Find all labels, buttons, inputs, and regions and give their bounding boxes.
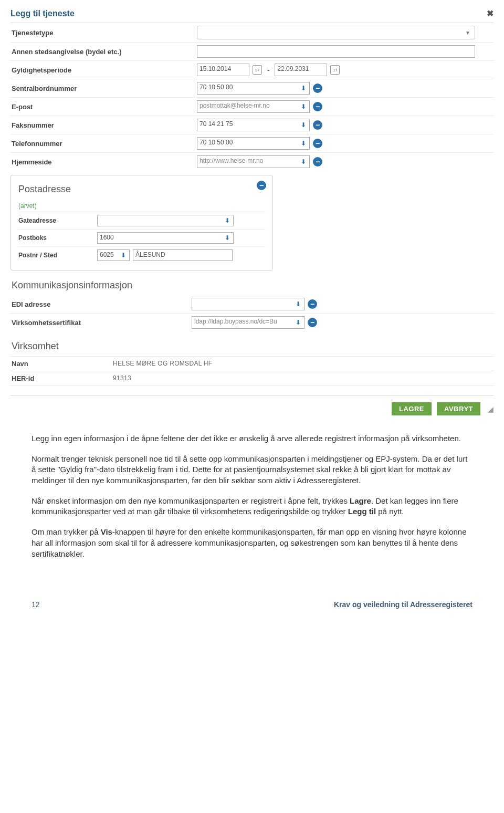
gateadresse-input[interactable]: ⬇ bbox=[97, 215, 234, 226]
value-navn: HELSE MØRE OG ROMSDAL HF bbox=[113, 360, 212, 368]
text: på nytt. bbox=[376, 507, 404, 516]
text: Om man trykker på bbox=[32, 527, 101, 536]
epost-input[interactable]: postmottak@helse-mr.no⬇ bbox=[197, 100, 310, 113]
sentralbord-input[interactable]: 70 10 50 00⬇ bbox=[197, 82, 310, 95]
virksomhet-title: Virksomhet bbox=[12, 341, 494, 352]
label-gateadresse: Gateadresse bbox=[18, 217, 97, 224]
download-icon[interactable]: ⬇ bbox=[299, 102, 308, 111]
label-hjemmeside: Hjemmeside bbox=[10, 158, 197, 166]
lagre-button[interactable]: LAGRE bbox=[392, 402, 432, 415]
download-icon[interactable]: ⬇ bbox=[293, 318, 303, 327]
sertifikat-input[interactable]: ldap://ldap.buypass.no/dc=Bu⬇ bbox=[192, 316, 304, 329]
postadresse-title: Postadresse bbox=[18, 184, 265, 195]
remove-icon[interactable]: − bbox=[257, 181, 266, 190]
bold-text: Vis bbox=[101, 527, 112, 536]
document-body: Legg inn egen informasjon i de åpne felt… bbox=[0, 418, 504, 559]
label-gyldighetsperiode: Gyldighetsperiode bbox=[10, 66, 197, 74]
paragraph: Legg inn egen informasjon i de åpne felt… bbox=[32, 433, 472, 444]
input-value: http://www.helse-mr.no bbox=[200, 157, 263, 164]
value-her-id: 91313 bbox=[113, 374, 131, 382]
download-icon[interactable]: ⬇ bbox=[299, 139, 308, 148]
input-value: 6025 bbox=[100, 251, 114, 258]
remove-icon[interactable]: − bbox=[313, 157, 322, 166]
arvet-label: (arvet) bbox=[18, 202, 265, 212]
paragraph: Normalt trenger teknisk personell noe ti… bbox=[32, 454, 472, 486]
label-telefon: Telefonnummer bbox=[10, 140, 197, 148]
avbryt-button[interactable]: AVBRYT bbox=[437, 402, 480, 415]
paragraph: Når ønsket informasjon om den nye kommun… bbox=[32, 496, 472, 517]
label-annen-stedsangivelse: Annen stedsangivelse (bydel etc.) bbox=[10, 48, 197, 56]
postnr-input[interactable]: 6025⬇ bbox=[97, 249, 130, 261]
close-icon[interactable]: ✖ bbox=[487, 8, 494, 18]
input-value: 70 10 50 00 bbox=[200, 139, 233, 146]
page-number: 12 bbox=[32, 600, 40, 609]
footer-title: Krav og veiledning til Adresseregisteret bbox=[334, 600, 472, 609]
faks-input[interactable]: 70 14 21 75⬇ bbox=[197, 119, 310, 131]
remove-icon[interactable]: − bbox=[313, 139, 322, 148]
download-icon[interactable]: ⬇ bbox=[293, 299, 303, 309]
download-icon[interactable]: ⬇ bbox=[299, 120, 308, 130]
postboks-input[interactable]: 1600⬇ bbox=[97, 232, 234, 244]
dash: - bbox=[265, 66, 271, 74]
input-value: 70 14 21 75 bbox=[200, 120, 233, 128]
bold-text: Legg til bbox=[348, 507, 376, 516]
text: Når ønsket informasjon om den nye kommun… bbox=[32, 496, 350, 505]
remove-icon[interactable]: − bbox=[313, 102, 322, 111]
remove-icon[interactable]: − bbox=[308, 299, 317, 309]
label-postboks: Postboks bbox=[18, 234, 97, 242]
chevron-down-icon: ▼ bbox=[465, 30, 470, 36]
download-icon[interactable]: ⬇ bbox=[299, 84, 308, 93]
bold-text: Lagre bbox=[350, 496, 371, 505]
hjemmeside-input[interactable]: http://www.helse-mr.no⬇ bbox=[197, 155, 310, 168]
calendar-icon[interactable]: 17 bbox=[330, 65, 340, 75]
remove-icon[interactable]: − bbox=[313, 84, 322, 93]
label-tjenestetype: Tjenestetype bbox=[10, 29, 197, 37]
resize-handle-icon[interactable]: ◢ bbox=[486, 405, 494, 413]
download-icon[interactable]: ⬇ bbox=[119, 251, 128, 260]
label-sentralbord: Sentralbordnummer bbox=[10, 85, 197, 92]
label-sertifikat: Virksomhetssertifikat bbox=[10, 319, 192, 327]
download-icon[interactable]: ⬇ bbox=[299, 157, 308, 166]
label-epost: E-post bbox=[10, 103, 197, 111]
paragraph: Om man trykker på Vis-knappen til høyre … bbox=[32, 527, 472, 559]
label-navn: Navn bbox=[10, 360, 113, 368]
page-footer: 12 Krav og veiledning til Adresseregiste… bbox=[0, 569, 504, 619]
sted-input[interactable]: ÅLESUND bbox=[133, 249, 233, 261]
tjenestetype-dropdown[interactable]: ▼ bbox=[197, 26, 475, 39]
remove-icon[interactable]: − bbox=[308, 318, 317, 327]
input-value: 1600 bbox=[100, 234, 114, 241]
dialog-title: Legg til tjeneste bbox=[10, 9, 75, 18]
calendar-icon[interactable]: 17 bbox=[253, 65, 262, 75]
input-value: 70 10 50 00 bbox=[200, 84, 233, 91]
label-postnr-sted: Postnr / Sted bbox=[18, 252, 97, 259]
telefon-input[interactable]: 70 10 50 00⬇ bbox=[197, 137, 310, 150]
label-edi: EDI adresse bbox=[10, 300, 192, 308]
postadresse-panel: − Postadresse (arvet) Gateadresse ⬇ Post… bbox=[10, 175, 273, 270]
input-value: ÅLESUND bbox=[135, 251, 165, 258]
input-value: ldap://ldap.buypass.no/dc=Bu bbox=[194, 318, 277, 325]
date-from-input[interactable]: 15.10.2014 bbox=[197, 64, 249, 76]
annen-stedsangivelse-input[interactable] bbox=[197, 45, 475, 58]
download-icon[interactable]: ⬇ bbox=[223, 233, 232, 243]
download-icon[interactable]: ⬇ bbox=[223, 216, 232, 225]
input-value: postmottak@helse-mr.no bbox=[200, 102, 270, 109]
date-to-input[interactable]: 22.09.2031 bbox=[275, 64, 327, 76]
kommunikasjon-title: Kommunikasjonsinformasjon bbox=[12, 280, 494, 291]
edi-input[interactable]: ⬇ bbox=[192, 298, 304, 310]
label-faks: Faksnummer bbox=[10, 121, 197, 129]
label-her-id: HER-id bbox=[10, 374, 113, 382]
remove-icon[interactable]: − bbox=[313, 120, 322, 130]
